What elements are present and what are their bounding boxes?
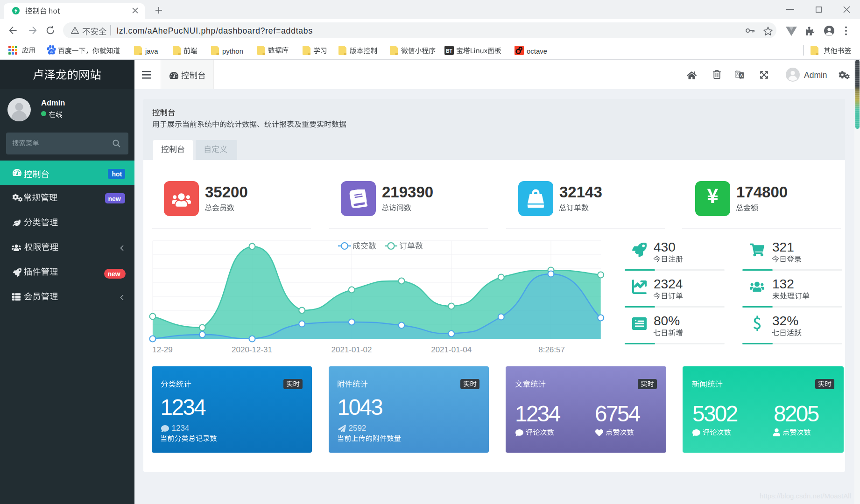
svg-text:BT: BT (446, 49, 452, 54)
svg-text:du: du (50, 50, 54, 53)
svg-text:A: A (740, 73, 743, 78)
